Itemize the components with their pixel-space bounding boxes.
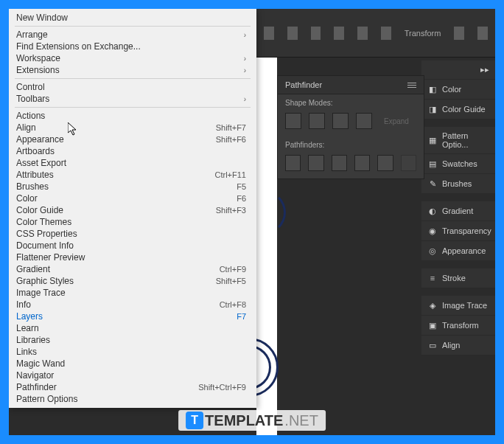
menu-brushes[interactable]: BrushesF5	[9, 181, 256, 192]
pathfinder-panel: Pathfinder Shape Modes: Expand Pathfinde…	[277, 75, 424, 179]
menu-artboards[interactable]: Artboards	[9, 145, 256, 157]
transform-panel[interactable]: ▣Transform	[421, 316, 495, 336]
menu-layers[interactable]: LayersF7	[9, 311, 256, 322]
menu-color-guide[interactable]: Color GuideShift+F3	[9, 204, 256, 216]
pathfinder-title: Pathfinder	[285, 80, 322, 89]
menu-flattener[interactable]: Flattener Preview	[9, 252, 256, 263]
swatches-panel[interactable]: ▤Swatches	[421, 154, 495, 174]
menu-attributes[interactable]: AttributesCtrl+F11	[9, 169, 256, 181]
align-icon[interactable]	[334, 27, 344, 40]
divide-button[interactable]	[285, 155, 301, 171]
pathfinder-tab[interactable]: Pathfinder	[278, 76, 424, 94]
minus-front-button[interactable]	[309, 113, 325, 129]
crop-button[interactable]	[354, 155, 370, 171]
color-guide-panel[interactable]: ◨Color Guide	[421, 100, 495, 119]
menu-workspace[interactable]: Workspace›	[9, 52, 256, 64]
submenu-arrow-icon: ›	[244, 95, 246, 103]
menu-arrange[interactable]: Arrange›	[9, 29, 256, 41]
pattern-icon: ▦	[427, 135, 438, 145]
submenu-arrow-icon: ›	[244, 55, 246, 63]
watermark-text: TEMPLATE	[205, 412, 283, 429]
pathfinders-label: Pathfinders:	[278, 136, 424, 152]
align-panel[interactable]: ▭Align	[421, 336, 495, 355]
right-panel-stack: ▸▸ ◧Color ◨Color Guide ▦Pattern Optio...…	[421, 60, 495, 355]
exclude-button[interactable]	[356, 113, 372, 129]
appearance-icon: ◎	[427, 246, 438, 256]
menu-toolbars[interactable]: Toolbars›	[9, 93, 256, 105]
image-trace-icon: ◈	[427, 300, 438, 311]
menu-separator	[15, 78, 251, 79]
transform-icon: ▣	[427, 320, 438, 330]
menu-control[interactable]: Control	[9, 81, 256, 93]
canvas[interactable]	[256, 58, 277, 435]
outline-button[interactable]	[377, 155, 393, 171]
submenu-arrow-icon: ›	[244, 66, 246, 74]
align-icon[interactable]	[311, 27, 321, 40]
intersect-button[interactable]	[332, 113, 349, 129]
menu-libraries[interactable]: Libraries	[9, 334, 256, 346]
align-icon[interactable]	[357, 27, 368, 40]
stroke-panel[interactable]: ≡Stroke	[421, 268, 495, 288]
menu-separator	[15, 26, 251, 27]
menu-pathfinder[interactable]: PathfinderShift+Ctrl+F9	[9, 381, 256, 393]
menu-asset-export[interactable]: Asset Export	[9, 157, 256, 169]
menu-appearance[interactable]: AppearanceShift+F6	[9, 133, 256, 145]
menu-gradient[interactable]: GradientCtrl+F9	[9, 263, 256, 275]
menu-actions[interactable]: Actions	[9, 110, 256, 122]
opt-icon[interactable]	[454, 27, 464, 40]
menu-color-themes[interactable]: Color Themes	[9, 216, 256, 228]
transparency-panel[interactable]: ◉Transparency	[421, 221, 495, 241]
align-icon[interactable]	[381, 27, 391, 40]
brushes-icon: ✎	[427, 178, 438, 189]
menu-document-info[interactable]: Document Info	[9, 240, 256, 252]
shape-modes-label: Shape Modes:	[278, 94, 424, 110]
expand-button[interactable]: Expand	[379, 117, 413, 125]
transparency-icon: ◉	[427, 226, 438, 236]
image-trace-panel[interactable]: ◈Image Trace	[421, 296, 495, 316]
menu-new-window[interactable]: New Window	[9, 12, 256, 24]
watermark-logo-icon: T	[186, 412, 203, 429]
menu-align[interactable]: AlignShift+F7	[9, 122, 256, 133]
pattern-options-panel[interactable]: ▦Pattern Optio...	[421, 127, 495, 154]
color-guide-icon: ◨	[427, 104, 438, 114]
menu-graphic-styles[interactable]: Graphic StylesShift+F5	[9, 275, 256, 287]
window-menu: New Window Arrange› Find Extensions on E…	[9, 9, 256, 408]
menu-magic-wand[interactable]: Magic Wand	[9, 358, 256, 370]
color-icon: ◧	[427, 84, 438, 94]
menu-navigator[interactable]: Navigator	[9, 370, 256, 381]
align-icon[interactable]	[264, 27, 274, 40]
options-bar: Transform	[256, 9, 495, 58]
menu-info[interactable]: InfoCtrl+F8	[9, 299, 256, 311]
submenu-arrow-icon: ›	[244, 31, 246, 39]
brushes-panel[interactable]: ✎Brushes	[421, 174, 495, 194]
menu-css[interactable]: CSS Properties	[9, 228, 256, 240]
gradient-icon: ◐	[427, 206, 438, 216]
menu-color[interactable]: ColorF6	[9, 192, 256, 204]
merge-button[interactable]	[332, 155, 347, 171]
gradient-panel[interactable]: ◐Gradient	[421, 201, 495, 221]
opt-icon[interactable]	[477, 27, 488, 40]
swatches-icon: ▤	[427, 159, 438, 169]
appearance-panel[interactable]: ◎Appearance	[421, 241, 495, 261]
panel-menu-icon[interactable]	[407, 83, 416, 88]
menu-links[interactable]: Links	[9, 346, 256, 358]
menu-find-extensions[interactable]: Find Extensions on Exchange...	[9, 41, 256, 52]
transform-label[interactable]: Transform	[405, 29, 441, 38]
align-icon[interactable]	[287, 27, 298, 40]
minus-back-button[interactable]	[401, 155, 416, 171]
align-icon: ▭	[427, 340, 438, 350]
watermark: T TEMPLATE .NET	[178, 410, 326, 431]
trim-button[interactable]	[308, 155, 323, 171]
menu-extensions[interactable]: Extensions›	[9, 64, 256, 76]
menu-learn[interactable]: Learn	[9, 322, 256, 334]
watermark-suffix: .NET	[284, 412, 318, 429]
unite-button[interactable]	[285, 113, 301, 129]
stroke-icon: ≡	[427, 273, 438, 283]
menu-image-trace[interactable]: Image Trace	[9, 287, 256, 299]
menu-pattern-options[interactable]: Pattern Options	[9, 393, 256, 405]
panel-collapse[interactable]: ▸▸	[421, 60, 495, 80]
color-panel[interactable]: ◧Color	[421, 80, 495, 100]
menu-separator	[15, 107, 251, 108]
